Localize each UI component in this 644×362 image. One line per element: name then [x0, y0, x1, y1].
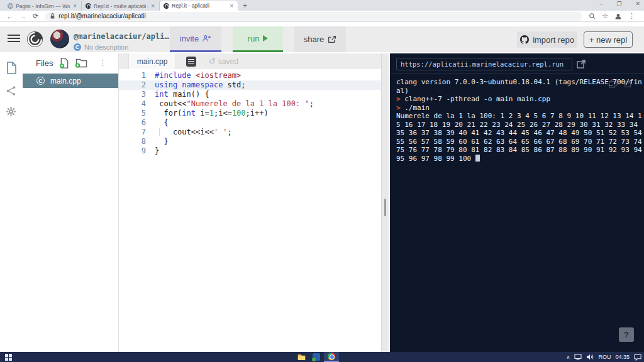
terminal-cursor: [475, 155, 480, 162]
line-number: 4: [119, 99, 146, 109]
copy-icon[interactable]: [609, 79, 618, 88]
files-list: Cmain.cpp: [23, 74, 118, 88]
replit-logo-icon[interactable]: [26, 31, 43, 48]
tray-clock[interactable]: 04:35: [615, 354, 630, 360]
share-button[interactable]: share: [294, 26, 346, 52]
code-text: }: [155, 146, 159, 156]
editor-tab-label: main.cpp: [137, 57, 168, 66]
windows-taskbar: ∧ ROU 04:35: [0, 352, 644, 362]
code-line: 3int main() {: [119, 90, 381, 99]
history-icon: ↺: [209, 57, 216, 66]
reload-icon[interactable]: ⟳: [33, 12, 38, 20]
cpp-file-icon: C: [36, 77, 45, 85]
console-output[interactable]: clang version 7.0.0-3~ubuntu0.18.04.1 (t…: [396, 78, 643, 163]
prompt-icon: >: [396, 104, 404, 112]
code-line: 8 }: [119, 137, 381, 146]
taskbar-chrome[interactable]: [324, 352, 339, 362]
taskbar-app[interactable]: [309, 352, 324, 362]
add-folder-icon[interactable]: [75, 58, 87, 68]
tab-title: Repl.it - aplicatii: [172, 3, 226, 9]
invite-label: invite: [180, 34, 199, 43]
tab-title: Pagini - InfoGim — WordPress.c: [16, 3, 70, 9]
start-button-icon[interactable]: [5, 354, 12, 361]
line-number: 2: [119, 80, 146, 90]
hamburger-menu-icon[interactable]: [8, 33, 20, 44]
repl-title[interactable]: @marinelacaciur/apli…: [74, 32, 169, 41]
file-list-item[interactable]: Cmain.cpp: [23, 74, 118, 88]
github-icon: [520, 35, 529, 44]
new-tab-icon[interactable]: +: [243, 1, 247, 11]
browser-tab[interactable]: Repl.it - multe aplicatii in C++×: [82, 1, 160, 11]
console-panel: https://aplicatii.marinelacaciur.repl.ru…: [390, 53, 644, 352]
address-bar[interactable]: repl.it/@marinelacaciur/aplicatii: [45, 12, 582, 21]
code-text: int main() {: [155, 90, 209, 99]
forward-icon[interactable]: →: [19, 13, 26, 20]
tray-chevron-icon[interactable]: ∧: [567, 354, 570, 360]
popout-icon[interactable]: [624, 79, 633, 88]
minimize-icon[interactable]: –: [599, 1, 602, 7]
code-text: cout<<i<<' ';: [155, 128, 232, 137]
code-area[interactable]: 1#include <iostream>2using namespace std…: [119, 69, 381, 156]
console-url-text: https://aplicatii.marinelacaciur.repl.ru…: [401, 60, 564, 68]
browser-tab[interactable]: Repl.it - aplicatii×: [160, 1, 238, 11]
left-icon-rail: [0, 53, 23, 352]
run-button[interactable]: run: [233, 26, 283, 52]
open-external-icon[interactable]: [576, 59, 586, 69]
format-code-icon[interactable]: [186, 57, 196, 67]
help-button[interactable]: ?: [619, 327, 634, 342]
cpp-language-icon: C: [74, 43, 81, 51]
action-center-icon[interactable]: [634, 354, 641, 361]
browser-menu-icon[interactable]: ⋮: [628, 12, 635, 20]
network-icon[interactable]: [574, 354, 582, 360]
editor-scrollbar[interactable]: [381, 53, 389, 352]
import-repo-button[interactable]: import repo: [517, 31, 577, 48]
tab-close-icon[interactable]: ×: [150, 3, 155, 9]
close-icon[interactable]: ✕: [635, 1, 640, 7]
files-panel-icon[interactable]: [6, 62, 17, 74]
line-number: 5: [119, 109, 146, 118]
folder-icon: [297, 354, 306, 361]
line-number: 9: [119, 146, 146, 156]
browser-tab-strip: WPagini - InfoGim — WordPress.c×Repl.it …: [0, 0, 644, 11]
editor-tab-maincpp[interactable]: main.cpp: [128, 53, 176, 69]
url-text: repl.it/@marinelacaciur/aplicatii: [58, 13, 146, 19]
saved-indicator: ↺ saved: [209, 57, 238, 66]
tray-language[interactable]: ROU: [598, 354, 611, 360]
tab-close-icon[interactable]: ×: [72, 3, 77, 9]
zoom-icon[interactable]: [589, 13, 596, 19]
bookmark-star-icon[interactable]: ☆: [602, 12, 608, 20]
line-number: 8: [119, 137, 146, 146]
code-line: 9}: [119, 146, 381, 156]
volume-icon[interactable]: [586, 354, 594, 360]
code-text: for(int i=1;i<=100;i++): [155, 109, 269, 118]
code-line: 6 {: [119, 118, 381, 128]
restore-icon[interactable]: ❐: [616, 1, 621, 7]
console-line: > clang++-7 -pthread -o main main.cpp: [396, 95, 643, 104]
tab-strip-tabs: WPagini - InfoGim — WordPress.c×Repl.it …: [4, 0, 238, 11]
avatar[interactable]: [50, 30, 69, 48]
settings-gear-icon[interactable]: [6, 106, 16, 117]
code-text: #include <iostream>: [155, 71, 241, 80]
back-icon[interactable]: ←: [6, 13, 13, 20]
line-number: 1: [119, 71, 146, 80]
line-number: 7: [119, 128, 146, 137]
browser-toolbar: ← → ⟳ repl.it/@marinelacaciur/aplicatii …: [0, 11, 644, 22]
share-nodes-icon[interactable]: [6, 85, 16, 96]
line-number: 6: [119, 118, 146, 128]
invite-button[interactable]: invite: [170, 26, 221, 52]
new-repl-button[interactable]: + new repl: [584, 31, 633, 48]
taskbar-explorer[interactable]: [294, 352, 309, 362]
share-export-icon: [328, 35, 336, 43]
add-file-icon[interactable]: [59, 58, 69, 69]
scrollbar-thumb[interactable]: [384, 199, 386, 216]
browser-tab[interactable]: WPagini - InfoGim — WordPress.c×: [4, 1, 82, 11]
files-menu-icon[interactable]: ⋮: [99, 58, 106, 67]
profile-icon[interactable]: [614, 13, 622, 20]
saved-label: saved: [218, 57, 238, 66]
tab-close-icon[interactable]: ×: [229, 3, 234, 9]
play-icon: [263, 35, 268, 41]
replit-favicon: [164, 3, 169, 9]
files-panel-header: Files ⋮: [23, 53, 118, 72]
console-url-input[interactable]: https://aplicatii.marinelacaciur.repl.ru…: [396, 58, 572, 70]
console-text: ./main: [404, 104, 430, 112]
